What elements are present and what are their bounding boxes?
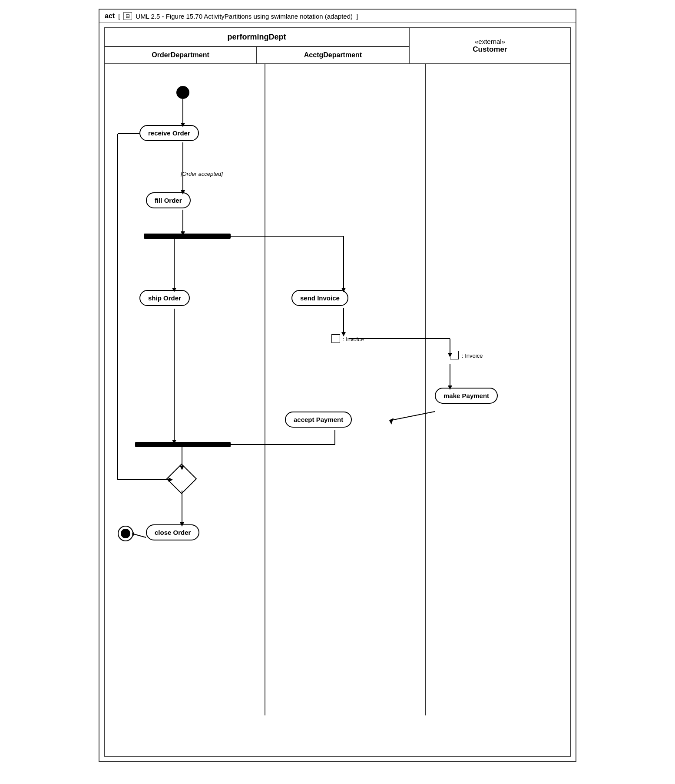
fill-order-node: fill Order xyxy=(146,192,191,208)
diagram-icon: ⊟ xyxy=(123,12,132,20)
performing-dept-title: performingDept xyxy=(105,28,409,47)
final-state-inner xyxy=(121,529,130,538)
order-accepted-guard: [Order accepted] xyxy=(181,171,223,177)
title-bar: act [ ⊟ UML 2.5 - Figure 15.70 ActivityP… xyxy=(99,10,576,23)
join-bar xyxy=(135,442,231,447)
customer-label: Customer xyxy=(473,45,507,54)
invoice-label-2: : Invoice xyxy=(462,352,483,359)
invoice-object-node-1 xyxy=(331,334,340,343)
final-state xyxy=(118,526,133,541)
lane-customer: : Invoice make Payment xyxy=(426,64,570,715)
customer-area: «external» Customer xyxy=(410,28,570,63)
order-dept-header: OrderDepartment xyxy=(105,47,257,63)
bracket-open: [ xyxy=(118,13,120,20)
receive-order-node: receive Order xyxy=(139,125,199,141)
diagram-area: performingDept OrderDepartment AcctgDepa… xyxy=(104,27,571,757)
performing-dept-area: performingDept OrderDepartment AcctgDepa… xyxy=(105,28,410,63)
close-order-node: close Order xyxy=(146,524,199,540)
content-area: receive Order [Order accepted] fill Orde… xyxy=(105,64,570,715)
accept-payment-node: accept Payment xyxy=(285,412,352,428)
bracket-close: ] xyxy=(356,13,358,20)
decision-diamond xyxy=(171,468,193,491)
send-invoice-node: send Invoice xyxy=(291,290,348,306)
initial-state xyxy=(176,86,189,99)
customer-stereotype: «external» xyxy=(475,38,505,45)
fork-bar-top xyxy=(144,234,231,239)
ship-order-node: ship Order xyxy=(139,290,190,306)
invoice-label-1: : Invoice xyxy=(343,336,364,343)
diagram-title: UML 2.5 - Figure 15.70 ActivityPartition… xyxy=(136,13,353,20)
invoice-object-node-2 xyxy=(450,351,459,359)
acctg-dept-header: AcctgDepartment xyxy=(257,47,409,63)
make-payment-node: make Payment xyxy=(435,388,498,404)
act-keyword: act xyxy=(105,12,115,20)
lane-order-dept: receive Order [Order accepted] fill Orde… xyxy=(105,64,265,715)
lane-acctg-dept: send Invoice : Invoice accept Payment xyxy=(265,64,426,715)
swimlane-header: performingDept OrderDepartment AcctgDepa… xyxy=(105,28,570,64)
sub-lanes: OrderDepartment AcctgDepartment xyxy=(105,47,409,63)
diagram-container: act [ ⊟ UML 2.5 - Figure 15.70 ActivityP… xyxy=(99,9,576,762)
